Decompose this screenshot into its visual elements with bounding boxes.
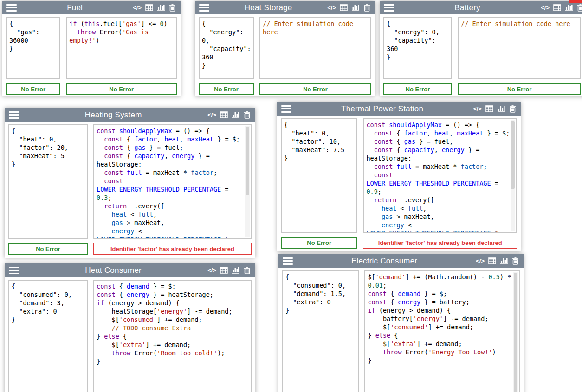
- panel-heat-storage: Heat Storage </> { "energy": 0, "capacit…: [195, 1, 375, 96]
- state-editor[interactable]: { "consumed": 0, "demand": 3, "extra": 0…: [8, 280, 88, 392]
- panel-heating-system: Heating System </> { "heat": 0, "factor"…: [5, 108, 255, 258]
- table-icon[interactable]: [553, 4, 561, 11]
- code-status: Identifier 'factor' has already been dec…: [363, 237, 517, 249]
- panel-header: Thermal Power Station </>: [277, 102, 521, 116]
- table-icon[interactable]: [220, 111, 228, 118]
- bar-chart-icon[interactable]: [565, 4, 573, 11]
- code-icon[interactable]: </>: [133, 4, 142, 11]
- state-editor[interactable]: { "gas": 36000 }: [6, 17, 60, 79]
- code-icon[interactable]: </>: [207, 111, 216, 118]
- status-row: No Error Identifier 'factor' has already…: [277, 233, 521, 249]
- code-editor[interactable]: const { demand } = $;const { energy } = …: [93, 280, 252, 392]
- state-editor[interactable]: { "consumed": 0, "demand": 1.5, "extra":…: [282, 270, 359, 392]
- menu-icon[interactable]: [6, 4, 17, 12]
- scrollbar[interactable]: [513, 272, 518, 392]
- red-fragment: [569, 0, 582, 3]
- panel-body: { "energy": 0, "capacity": 360 } // Ente…: [380, 14, 582, 79]
- panel-header: Heat Storage </>: [195, 1, 375, 14]
- code-editor[interactable]: if (this.fuel['gas'] <= 0) throw Error('…: [66, 17, 177, 79]
- state-status: No Error: [281, 237, 357, 249]
- menu-icon[interactable]: [199, 4, 209, 12]
- state-status: No Error: [8, 243, 88, 255]
- code-icon[interactable]: </>: [541, 4, 550, 11]
- panel-body: { "consumed": 0, "demand": 1.5, "extra":…: [278, 268, 524, 392]
- panel-header: Electric Consumer </>: [278, 254, 524, 268]
- menu-icon[interactable]: [384, 4, 394, 12]
- bar-chart-icon[interactable]: [157, 4, 165, 11]
- code-status: No Error: [66, 83, 177, 95]
- panel-body: { "gas": 36000 } if (this.fuel['gas'] <=…: [2, 14, 181, 79]
- code-icon[interactable]: </>: [476, 257, 485, 264]
- menu-icon[interactable]: [281, 105, 291, 113]
- trash-icon[interactable]: [509, 105, 516, 113]
- state-editor[interactable]: { "energy": 0, "capacity": 360 }: [199, 17, 254, 79]
- panel-title: Heat Storage: [209, 3, 327, 13]
- panel-header: Heat Consumer </>: [5, 263, 255, 277]
- panel-body: { "heat": 0, "factor": 10, "maxHeat": 7.…: [277, 116, 521, 233]
- panel-header: Heating System </>: [5, 108, 255, 122]
- panel-heat-consumer: Heat Consumer </> { "consumed": 0, "dema…: [5, 263, 255, 392]
- code-editor[interactable]: // Enter simulation code here: [458, 17, 581, 79]
- panel-body: { "heat": 0, "factor": 20, "maxHeat": 5 …: [5, 122, 255, 239]
- state-editor[interactable]: { "energy": 0, "capacity": 360 }: [383, 17, 452, 79]
- panel-body: { "energy": 0, "capacity": 360 } // Ente…: [195, 14, 375, 79]
- state-editor[interactable]: { "heat": 0, "factor": 10, "maxHeat": 7.…: [281, 118, 357, 233]
- trash-icon[interactable]: [169, 4, 176, 12]
- table-icon[interactable]: [485, 105, 493, 112]
- panel-title: Electric Consumer: [293, 257, 476, 266]
- panel-body: { "consumed": 0, "demand": 3, "extra": 0…: [5, 277, 255, 392]
- status-row: No Error No Error: [2, 79, 181, 95]
- trash-icon[interactable]: [244, 267, 251, 274]
- code-editor[interactable]: $['demand'] += (Math.random() - 0.5) *0.…: [364, 270, 520, 392]
- table-icon[interactable]: [220, 267, 228, 274]
- panel-title: Battery: [394, 3, 541, 13]
- scrollbar[interactable]: [245, 126, 250, 237]
- status-row: No Error No Error: [380, 79, 582, 95]
- table-icon[interactable]: [488, 257, 496, 264]
- code-icon[interactable]: </>: [207, 267, 216, 274]
- trash-icon[interactable]: [244, 111, 251, 119]
- bar-chart-icon[interactable]: [232, 267, 240, 274]
- panel-fuel: Fuel </> { "gas": 36000 } if (this.fuel[…: [2, 1, 181, 96]
- code-status: No Error: [458, 83, 581, 95]
- panel-title: Thermal Power Station: [291, 104, 473, 114]
- trash-icon[interactable]: [577, 4, 582, 12]
- table-icon[interactable]: [145, 4, 153, 11]
- panel-header: Battery </>: [380, 1, 582, 14]
- status-row: No Error No Error: [195, 79, 375, 95]
- state-status: No Error: [199, 83, 254, 95]
- menu-icon[interactable]: [9, 267, 19, 274]
- code-editor[interactable]: // Enter simulation codehere: [259, 17, 371, 79]
- panel-title: Heating System: [19, 110, 207, 120]
- code-status: Identifier 'factor' has already been dec…: [93, 243, 252, 255]
- table-icon[interactable]: [340, 4, 348, 11]
- state-editor[interactable]: { "heat": 0, "factor": 20, "maxHeat": 5 …: [8, 124, 88, 239]
- panel-thermal-power-station: Thermal Power Station </> { "heat": 0, "…: [277, 102, 521, 251]
- panel-electric-consumer: Electric Consumer </> { "consumed": 0, "…: [278, 254, 524, 392]
- trash-icon[interactable]: [512, 257, 519, 265]
- scrollbar[interactable]: [511, 120, 515, 231]
- trash-icon[interactable]: [363, 4, 370, 12]
- panel-title: Heat Consumer: [19, 266, 207, 275]
- bar-chart-icon[interactable]: [500, 257, 508, 264]
- bar-chart-icon[interactable]: [232, 111, 240, 118]
- state-status: No Error: [383, 83, 452, 95]
- state-status: No Error: [6, 83, 60, 95]
- panel-header: Fuel </>: [2, 1, 181, 14]
- code-editor[interactable]: const shouldApplyMax = () => { const { f…: [93, 124, 252, 239]
- bar-chart-icon[interactable]: [497, 105, 505, 112]
- status-row: No Error Identifier 'factor' has already…: [5, 239, 255, 255]
- code-status: No Error: [259, 83, 371, 95]
- code-icon[interactable]: </>: [473, 105, 482, 112]
- menu-icon[interactable]: [283, 257, 293, 265]
- panel-title: Fuel: [17, 3, 133, 13]
- bar-chart-icon[interactable]: [351, 4, 360, 11]
- panel-battery: Battery </> { "energy": 0, "capacity": 3…: [380, 1, 582, 96]
- code-icon[interactable]: </>: [327, 4, 336, 11]
- code-editor[interactable]: const shouldApplyMax = () => { const { f…: [363, 118, 517, 233]
- menu-icon[interactable]: [9, 111, 19, 119]
